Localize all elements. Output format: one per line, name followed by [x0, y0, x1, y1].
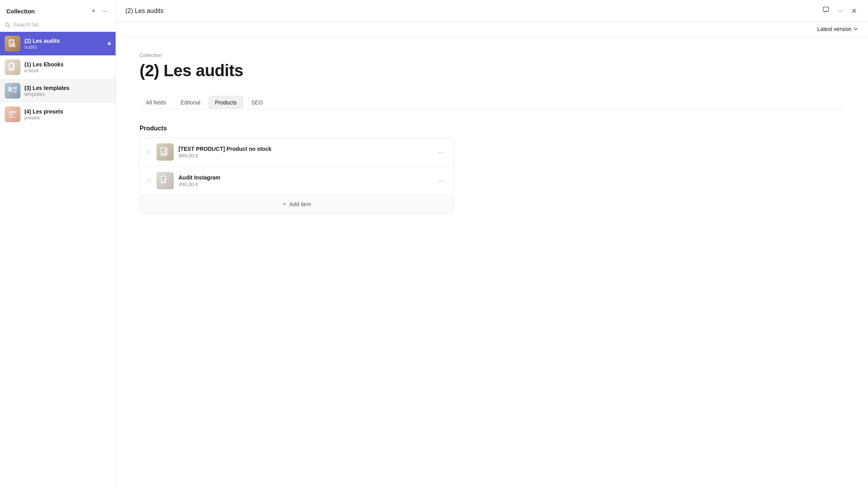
svg-rect-34 [162, 177, 165, 178]
svg-rect-9 [10, 68, 13, 68]
svg-point-5 [13, 44, 17, 48]
collection-list: (2) Les audits audits (1) Les Ebooks e-b… [0, 32, 116, 487]
product-thumbnail-2 [156, 172, 174, 189]
item-thumbnail-les-templates [5, 83, 20, 99]
svg-point-28 [150, 179, 151, 179]
drag-handle-2[interactable] [146, 178, 152, 183]
main-content: Collection (2) Les audits All fields Edi… [116, 37, 868, 487]
item-name-les-audits: (2) Les audits [24, 38, 104, 44]
item-thumbnail-les-ebooks [5, 59, 20, 75]
product-price-2: 490,00 € [178, 181, 430, 187]
item-text-les-templates: (3) Les templates templates [24, 85, 111, 97]
add-item-button[interactable]: + Add item [140, 195, 454, 214]
svg-rect-3 [10, 41, 13, 42]
product-item-2: Audit Instagram 490,00 € ··· [140, 167, 454, 195]
svg-point-18 [150, 150, 151, 151]
sidebar: Collection + ··· (2) Les audits audits [0, 0, 116, 487]
search-input[interactable] [13, 22, 111, 28]
item-text-les-ebooks: (1) Les Ebooks e-book [24, 61, 111, 73]
version-selector[interactable]: Latest version [817, 26, 859, 32]
item-sub-les-templates: templates [24, 92, 111, 97]
product-item-1: [TEST PRODUCT] Product no stock 999,00 €… [140, 138, 454, 167]
item-text-les-audits: (2) Les audits audits [24, 38, 104, 50]
sidebar-more-button[interactable]: ··· [100, 6, 109, 16]
item-sub-les-audits: audits [24, 44, 104, 50]
comment-button[interactable] [821, 5, 831, 16]
sidebar-item-les-templates[interactable]: (3) Les templates templates [0, 79, 116, 103]
product-info-2: Audit Instagram 490,00 € [178, 174, 430, 187]
svg-rect-25 [162, 150, 164, 151]
svg-rect-24 [162, 149, 166, 150]
tab-editorial[interactable]: Editorial [174, 96, 207, 109]
svg-rect-10 [8, 87, 12, 92]
item-thumbnail-les-presets [5, 106, 20, 122]
svg-rect-8 [10, 66, 12, 67]
svg-point-31 [147, 181, 148, 182]
svg-rect-11 [13, 87, 17, 89]
product-name-1: [TEST PRODUCT] Product no stock [178, 146, 430, 152]
close-button[interactable]: ✕ [850, 6, 859, 16]
svg-rect-23 [160, 147, 167, 156]
search-icon [5, 22, 10, 28]
add-collection-button[interactable]: + [90, 6, 97, 16]
sidebar-header: Collection + ··· [0, 0, 116, 19]
tab-products[interactable]: Products [208, 96, 243, 109]
item-name-les-ebooks: (1) Les Ebooks [24, 61, 111, 68]
product-more-button-2[interactable]: ··· [435, 175, 447, 187]
svg-rect-35 [162, 179, 164, 179]
main-header-title: (2) Les audits [125, 7, 164, 15]
chevron-down-icon [853, 26, 859, 32]
sidebar-title: Collection [6, 8, 35, 15]
add-icon: + [283, 201, 286, 208]
sidebar-item-les-audits[interactable]: (2) Les audits audits [0, 32, 116, 55]
svg-point-27 [147, 179, 148, 179]
item-name-les-templates: (3) Les templates [24, 85, 111, 91]
svg-point-30 [150, 180, 151, 181]
search-container [0, 19, 116, 32]
main-header-actions: ··· ✕ [821, 5, 859, 16]
svg-rect-4 [10, 43, 12, 44]
svg-rect-26 [162, 152, 165, 153]
item-text-les-presets: (4) Les presets presets [24, 108, 111, 121]
svg-point-32 [150, 181, 151, 182]
svg-rect-14 [9, 114, 14, 115]
products-list: [TEST PRODUCT] Product no stock 999,00 €… [140, 137, 454, 195]
svg-rect-16 [823, 7, 829, 11]
svg-point-20 [150, 152, 151, 152]
svg-line-1 [8, 26, 10, 27]
active-dot [108, 42, 111, 45]
svg-rect-36 [162, 180, 164, 181]
svg-point-19 [147, 152, 148, 152]
main-header: (2) Les audits ··· ✕ [116, 0, 868, 22]
item-sub-les-presets: presets [24, 115, 111, 121]
svg-point-21 [147, 153, 148, 154]
svg-point-17 [147, 150, 148, 151]
products-section-label: Products [140, 125, 844, 132]
item-name-les-presets: (4) Les presets [24, 108, 111, 115]
product-more-button-1[interactable]: ··· [435, 146, 447, 158]
tab-all-fields[interactable]: All fields [140, 96, 173, 109]
product-name-2: Audit Instagram [178, 174, 430, 181]
svg-rect-7 [10, 65, 13, 66]
product-info-1: [TEST PRODUCT] Product no stock 999,00 € [178, 146, 430, 159]
svg-rect-15 [9, 116, 15, 118]
tabs: All fields Editorial Products SEO [140, 96, 844, 109]
version-label: Latest version [817, 26, 851, 32]
svg-rect-12 [13, 90, 17, 93]
products-section: Products [TEST PRODUCT] Product no stock… [140, 125, 844, 214]
page-title: (2) Les audits [140, 61, 844, 80]
product-price-1: 999,00 € [178, 153, 430, 159]
item-sub-les-ebooks: e-book [24, 68, 111, 73]
sidebar-item-les-ebooks[interactable]: (1) Les Ebooks e-book [0, 55, 116, 79]
drag-handle-1[interactable] [146, 149, 152, 155]
tab-seo[interactable]: SEO [245, 96, 269, 109]
main-panel: (2) Les audits ··· ✕ Latest version Coll… [116, 0, 868, 487]
svg-point-29 [147, 180, 148, 181]
add-item-label: Add item [289, 201, 311, 207]
sidebar-item-les-presets[interactable]: (4) Les presets presets [0, 103, 116, 126]
breadcrumb: Collection [140, 52, 844, 58]
svg-rect-13 [9, 112, 17, 113]
product-thumbnail-1 [156, 143, 174, 161]
item-thumbnail-les-audits [5, 36, 20, 51]
main-more-button[interactable]: ··· [836, 6, 845, 16]
